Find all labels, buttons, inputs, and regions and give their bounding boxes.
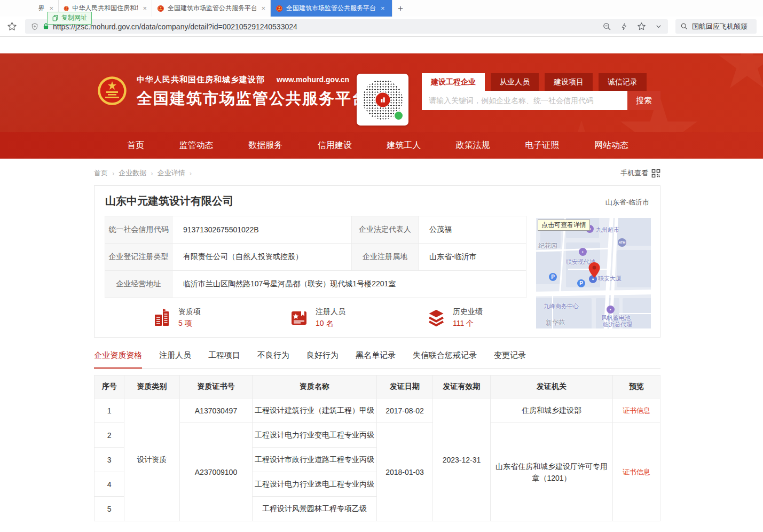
stat-registered-personnel[interactable]: 注册人员 10 名 <box>289 307 427 328</box>
address-bar[interactable]: https://jzsc.mohurd.gov.cn/data/company/… <box>25 19 668 34</box>
stat-qualifications[interactable]: 资质项 5 项 <box>152 307 289 328</box>
company-name: 山东中元建筑设计有限公司 <box>105 194 233 208</box>
map-label-garden: 纪花园 <box>538 241 557 251</box>
tab-dishonesty-records[interactable]: 失信联合惩戒记录 <box>413 350 477 368</box>
map-marker-modern-city: ▪ <box>579 248 587 256</box>
col-seq: 序号 <box>95 375 124 398</box>
breadcrumb-home[interactable]: 首页 <box>94 168 108 178</box>
cell-seq: 1 <box>95 398 124 423</box>
info-value-reg-region: 山东省-临沂市 <box>419 244 526 271</box>
map-label-tower: 联安大厦 <box>598 275 622 283</box>
tab-registered-personnel[interactable]: 注册人员 <box>159 350 191 368</box>
info-label-reg-type: 企业登记注册类型 <box>105 244 172 271</box>
browser-tab-3[interactable]: 全国建筑市场监管公共服务平台 × <box>152 0 271 17</box>
search-tab-enterprise[interactable]: 建设工程企业 <box>422 73 485 91</box>
location-map[interactable]: 点击可查看详情 ● 九州超市 ATM 纪花园 ▪ 联安现代城 ▪ 联安大厦 P … <box>536 218 651 328</box>
ministry-site-url: www.mohurd.gov.cn <box>277 75 349 84</box>
browser-chrome: 界 × 中华人民共和国住房和城乡建设 × 全国建筑市场监管公共服务平台 × 全国… <box>0 0 763 53</box>
cell-cert-no: A237009100 <box>179 423 252 521</box>
stat-value: 111 个 <box>453 319 483 328</box>
shield-icon[interactable] <box>30 22 39 31</box>
tab-bad-behavior[interactable]: 不良行为 <box>257 350 289 368</box>
info-value-credit-code: 91371302675501022B <box>172 216 352 244</box>
breadcrumb: 首页 › 企业数据 › 企业详情 › 手机查看 <box>94 168 660 178</box>
company-summary-card: 山东中元建筑设计有限公司 山东省-临沂市 统一社会信用代码 9137130267… <box>94 185 660 338</box>
tab-close-icon[interactable]: × <box>261 4 265 12</box>
browser-tab-active[interactable]: 全国建筑市场监管公共服务平台 × <box>271 0 392 17</box>
table-header-row: 序号 资质类别 资质证书号 资质名称 发证日期 发证有效期 发证机关 预览 <box>95 375 660 398</box>
breadcrumb-separator: › <box>151 169 153 177</box>
cell-authority: 住房和城乡建设部 <box>490 398 612 423</box>
nav-news[interactable]: 网站动态 <box>594 140 628 151</box>
tab-projects[interactable]: 工程项目 <box>208 350 240 368</box>
search-tab-project[interactable]: 建设项目 <box>545 73 593 91</box>
bookmark-star-icon[interactable] <box>6 21 18 32</box>
breadcrumb-separator: › <box>112 169 114 177</box>
tab-close-icon[interactable]: × <box>381 4 385 12</box>
qualification-table: 序号 资质类别 资质证书号 资质名称 发证日期 发证有效期 发证机关 预览 1 … <box>94 375 660 521</box>
cell-seq: 5 <box>95 497 124 521</box>
browser-search-box[interactable]: 国航回应飞机颠簸 <box>675 19 757 34</box>
search-tab-personnel[interactable]: 从业人员 <box>491 73 539 91</box>
lightning-icon[interactable] <box>620 22 628 32</box>
search-tab-credit[interactable]: 诚信记录 <box>599 73 647 91</box>
certificate-info-link[interactable]: 证书信息 <box>623 406 650 414</box>
favorite-star-icon[interactable] <box>636 21 647 32</box>
nav-supervision[interactable]: 监管动态 <box>179 140 214 151</box>
main-navigation: 首页 监管动态 数据服务 信用建设 建筑工人 政策法规 电子证照 网站动态 <box>0 132 763 159</box>
tab-qualifications[interactable]: 企业资质资格 <box>94 350 142 369</box>
nav-home[interactable]: 首页 <box>127 140 144 151</box>
tab-blacklist[interactable]: 黑名单记录 <box>356 350 396 368</box>
map-label-business-center: 九峰商务中心 <box>544 302 579 310</box>
map-marker-parking-2: P <box>577 279 585 287</box>
new-tab-button[interactable]: + <box>392 0 408 17</box>
tab-label: 界 <box>38 4 44 13</box>
breadcrumb-company-detail[interactable]: 企业详情 <box>158 168 185 178</box>
stat-value: 10 名 <box>316 319 345 328</box>
tab-close-icon[interactable]: × <box>49 4 53 12</box>
keyword-search-input[interactable] <box>422 91 627 110</box>
col-name: 资质名称 <box>253 375 377 398</box>
cell-seq: 4 <box>95 472 124 497</box>
tab-close-icon[interactable]: × <box>143 4 147 12</box>
stat-label: 注册人员 <box>316 307 345 317</box>
info-value-reg-type: 有限责任公司（自然人投资或控股） <box>172 244 352 271</box>
map-label-battery-2: 临沂总代理 <box>603 320 632 328</box>
tab-change-records[interactable]: 变更记录 <box>494 350 526 368</box>
site-brand[interactable]: 中华人民共和国住房和城乡建设部 www.mohurd.gov.cn 全国建筑市场… <box>96 75 368 109</box>
cell-seq: 3 <box>95 448 124 472</box>
stat-label: 历史业绩 <box>453 307 483 317</box>
emblem-favicon-icon <box>157 5 164 12</box>
emblem-favicon-icon <box>276 5 283 12</box>
certificate-info-link[interactable]: 证书信息 <box>623 468 650 476</box>
chevron-down-icon[interactable] <box>655 22 663 30</box>
hot-search-text[interactable]: 国航回应飞机颠簸 <box>692 22 748 32</box>
map-tooltip: 点击可查看详情 <box>538 220 590 231</box>
cell-qual-name: 工程设计风景园林工程专项乙级 <box>253 497 377 521</box>
tab-good-behavior[interactable]: 良好行为 <box>306 350 339 368</box>
zoom-out-icon[interactable] <box>602 22 612 32</box>
col-category: 资质类别 <box>124 375 180 398</box>
nav-data-service[interactable]: 数据服务 <box>248 140 282 151</box>
nav-credit[interactable]: 信用建设 <box>318 140 352 151</box>
info-label-address: 企业经营地址 <box>105 271 172 298</box>
cell-qual-name: 工程设计建筑行业（建筑工程）甲级 <box>253 398 377 423</box>
col-cert-no: 资质证书号 <box>179 375 252 398</box>
info-value-address: 临沂市兰山区陶然路107号星河晶都（联安）现代城1号楼2201室 <box>172 271 526 298</box>
cell-category: 设计资质 <box>124 398 180 521</box>
company-region: 山东省-临沂市 <box>605 194 649 208</box>
search-button[interactable]: 搜索 <box>627 91 660 110</box>
browser-toolbar: https://jzsc.mohurd.gov.cn/data/company/… <box>0 17 763 37</box>
cell-cert-no: A137030497 <box>179 398 252 423</box>
mobile-view-button[interactable]: 手机查看 <box>620 168 660 178</box>
nav-license[interactable]: 电子证照 <box>525 140 559 151</box>
tab-strip: 界 × 中华人民共和国住房和城乡建设 × 全国建筑市场监管公共服务平台 × 全国… <box>0 0 763 17</box>
map-marker-battery: ▪ <box>607 306 615 314</box>
nav-workers[interactable]: 建筑工人 <box>387 140 421 151</box>
nav-policy[interactable]: 政策法规 <box>456 140 490 151</box>
breadcrumb-company-data[interactable]: 企业数据 <box>119 168 146 178</box>
map-label-supermarket: 九州超市 <box>596 226 619 234</box>
brand-text: 中华人民共和国住房和城乡建设部 www.mohurd.gov.cn 全国建筑市场… <box>137 75 368 109</box>
address-bar-actions <box>602 21 663 32</box>
wechat-qr-code <box>357 74 408 126</box>
